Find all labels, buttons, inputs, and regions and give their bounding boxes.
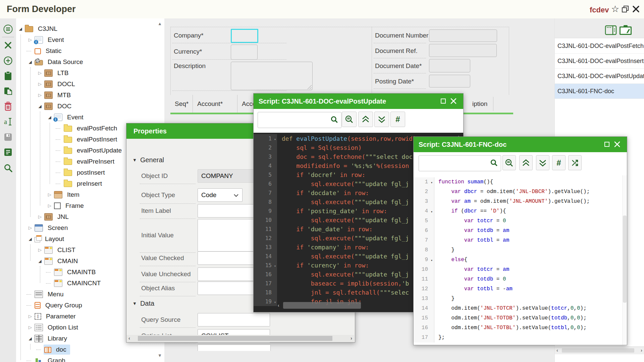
collapse-icon[interactable]: ◢ <box>26 60 34 64</box>
expand-icon[interactable]: ▷ <box>26 225 34 230</box>
expand-icon[interactable]: ▷ <box>26 325 34 330</box>
close-button[interactable] <box>0 39 16 51</box>
collapse-icon[interactable]: ◢ <box>36 104 44 109</box>
script-list-item[interactable]: C3JNL-601-DOC-evalPostUpdate <box>555 69 644 84</box>
delete-button[interactable] <box>0 100 16 112</box>
grid-column-seq[interactable]: Seq* <box>170 95 193 113</box>
scroll-thumb[interactable] <box>623 216 627 303</box>
scroll-thumb[interactable] <box>562 348 634 353</box>
tree-item-data-source[interactable]: ◢Data Source <box>16 56 156 67</box>
format-button[interactable] <box>568 155 582 170</box>
section-collapse-icon[interactable]: ▼ <box>132 158 137 163</box>
currency-input[interactable] <box>231 45 258 60</box>
script-list-item[interactable]: C3JNL-601-DOC-evalPostFetch <box>555 39 644 54</box>
collapse-icon[interactable]: ◢ <box>26 237 34 241</box>
close-icon[interactable] <box>631 4 641 14</box>
zoom-search-button[interactable] <box>502 155 516 170</box>
expand-icon[interactable]: ▷ <box>26 314 34 319</box>
tree-item-ltb[interactable]: ▷LTB <box>16 67 156 78</box>
menu-button[interactable] <box>0 23 16 35</box>
script-list-item[interactable]: C3JNL-601-FNC-doc <box>555 84 644 99</box>
line-number-button[interactable]: # <box>552 155 566 170</box>
property-select-object-type[interactable]: Code <box>198 188 243 202</box>
search-input[interactable] <box>419 155 501 171</box>
tree-item-static[interactable]: Static <box>16 45 156 56</box>
collapse-icon[interactable]: ◢ <box>36 259 44 263</box>
tree-item-mtb[interactable]: ▷MTB <box>16 89 156 101</box>
editor-vscrollbar[interactable] <box>622 175 627 345</box>
scroll-down-icon[interactable]: ▼ <box>158 353 162 358</box>
expand-icon[interactable]: ▷ <box>36 247 44 252</box>
property-input-query-source[interactable] <box>198 313 270 326</box>
tree-item-event[interactable]: ▷Event <box>16 34 156 45</box>
clipped-input[interactable] <box>198 345 271 351</box>
script-list-button[interactable] <box>0 146 16 158</box>
collapse-icon[interactable]: ◢ <box>26 336 34 341</box>
expand-icon[interactable]: ▷ <box>26 37 34 42</box>
properties-hscrollbar[interactable]: ‹ › <box>126 335 354 342</box>
tree-item-c3jnl[interactable]: ◢C3JNL <box>16 23 156 34</box>
company-input[interactable] <box>231 29 258 43</box>
paste-button[interactable] <box>0 70 16 82</box>
scroll-up-icon[interactable]: ▲ <box>158 21 162 26</box>
code-fold-icon[interactable]: ▾ <box>431 178 433 188</box>
section-header-data[interactable]: ▼Data <box>132 300 154 307</box>
edit-clipboard-icon[interactable] <box>619 24 633 37</box>
tree-item-docl[interactable]: ▷DOCL <box>16 78 156 89</box>
code-editor-light[interactable]: 1▾function sumam(){2 var dbcr = odm.item… <box>414 175 627 345</box>
grid-column-account[interactable]: Account* <box>193 95 237 113</box>
editor-hscroll-thumb[interactable] <box>283 302 361 309</box>
code-fold-icon[interactable]: ▾ <box>431 207 433 217</box>
document-date-input[interactable] <box>429 59 470 72</box>
code-fold-icon[interactable]: ▾ <box>274 261 276 270</box>
document-ref-input[interactable] <box>429 44 497 57</box>
zoom-search-button[interactable] <box>342 112 357 127</box>
expand-icon[interactable]: ▷ <box>36 93 44 98</box>
jump-down-button[interactable] <box>374 112 389 127</box>
duplicate-window-icon[interactable] <box>621 4 630 14</box>
script-list-item[interactable]: C3JNL-601-DOC-evalPostInsert <box>555 54 644 69</box>
expand-icon[interactable]: ▷ <box>36 214 44 219</box>
line-number-button[interactable]: # <box>390 112 405 127</box>
collapse-icon[interactable]: ◢ <box>17 26 24 31</box>
expand-icon[interactable]: ▷ <box>46 203 53 208</box>
user-name[interactable]: fcdev <box>590 6 609 14</box>
jump-up-button[interactable] <box>519 155 533 170</box>
close-icon[interactable] <box>614 141 620 147</box>
copy-button[interactable] <box>0 85 16 97</box>
scroll-left-icon[interactable]: ‹ <box>128 335 130 341</box>
expand-icon[interactable]: ▷ <box>46 192 53 197</box>
add-button[interactable] <box>0 55 16 67</box>
maximize-icon[interactable] <box>441 99 446 104</box>
code-fold-icon[interactable]: ▾ <box>431 256 433 265</box>
section-header-general[interactable]: ▼General <box>132 156 164 164</box>
tree-item-event[interactable]: ◢Event <box>16 112 156 123</box>
tree-item-graph[interactable]: Graph <box>16 355 156 362</box>
code-fold-icon[interactable]: ▾ <box>274 135 276 144</box>
code-fold-icon[interactable]: ▾ <box>274 298 276 307</box>
grid-view-icon[interactable] <box>605 25 617 37</box>
scroll-thumb[interactable] <box>138 336 332 341</box>
search-button[interactable] <box>0 162 16 174</box>
scroll-right-icon[interactable]: › <box>641 347 642 353</box>
script-list-hscrollbar[interactable]: ‹ › <box>555 347 644 354</box>
posting-date-input[interactable] <box>429 75 470 87</box>
expand-icon[interactable]: ▷ <box>36 81 44 86</box>
section-collapse-icon[interactable]: ▼ <box>132 301 137 306</box>
scroll-right-icon[interactable]: › <box>351 335 352 341</box>
tree-item-doc[interactable]: ◢DOC <box>16 101 156 112</box>
rename-button[interactable]: a <box>0 116 16 128</box>
description-textarea[interactable] <box>231 62 313 90</box>
script1-titlebar[interactable]: Script: C3JNL-601-DOC-evalPostUpdate <box>254 94 463 109</box>
favorite-star-icon[interactable]: ☆ <box>610 4 620 14</box>
close-icon[interactable] <box>450 98 457 104</box>
jump-up-button[interactable] <box>358 112 373 127</box>
jump-down-button[interactable] <box>536 155 549 170</box>
scroll-left-icon[interactable]: ‹ <box>278 303 279 308</box>
resize-handle-icon[interactable] <box>307 84 312 89</box>
scroll-left-icon[interactable]: ‹ <box>556 347 558 353</box>
collapse-icon[interactable]: ◢ <box>46 115 53 120</box>
search-input[interactable] <box>258 112 341 128</box>
expand-icon[interactable]: ▷ <box>36 70 44 75</box>
script2-titlebar[interactable]: Script: C3JNL-601-FNC-doc <box>414 137 627 152</box>
